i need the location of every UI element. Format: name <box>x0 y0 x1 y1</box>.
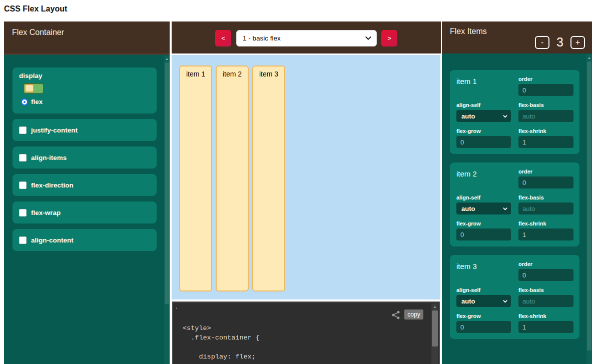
scroll-up-icon[interactable]: ▲ <box>164 56 170 62</box>
code-scroll-thumb[interactable] <box>432 310 438 346</box>
flex-basis-label: flex-basis <box>518 102 573 108</box>
item-1-align-self-select[interactable]: auto <box>456 110 511 122</box>
align-self-label: align-self <box>456 287 511 293</box>
align-content-label: align-content <box>31 236 74 244</box>
order-label: order <box>518 76 573 82</box>
scroll-up-icon[interactable]: ▲ <box>431 304 438 310</box>
flex-grow-label: flex-grow <box>456 128 511 134</box>
justify-content-card: justify-content <box>13 119 157 141</box>
app-canvas: CSS Flex Layout Flex Container display f… <box>0 0 600 364</box>
item-2-flex-grow-input[interactable] <box>456 228 511 240</box>
flex-direction-card: flex-direction <box>13 174 157 196</box>
flex-wrap-label: flex-wrap <box>31 209 61 216</box>
order-label: order <box>518 168 573 174</box>
code-scrollbar[interactable]: ▲ <box>431 304 438 364</box>
align-items-card: align-items <box>13 146 157 168</box>
item-1-flex-shrink-input[interactable] <box>518 136 573 148</box>
item-3-order-input[interactable] <box>518 269 573 281</box>
flex-wrap-card: flex-wrap <box>13 202 157 224</box>
code-line: display: flex; <box>183 353 260 362</box>
right-scroll-thumb[interactable] <box>587 62 591 350</box>
flex-shrink-label: flex-shrink <box>518 220 573 226</box>
display-toggle[interactable] <box>23 83 44 94</box>
item-2-align-self-select[interactable]: auto <box>456 202 511 214</box>
item-2-flex-basis-input[interactable] <box>518 202 573 214</box>
align-self-label: align-self <box>456 194 511 200</box>
preview-item-3: item 3 <box>252 66 285 292</box>
flex-container-header: Flex Container <box>4 22 170 54</box>
flex-items-body: item 1 order align-self auto <box>442 54 592 364</box>
flex-basis-label: flex-basis <box>518 194 573 200</box>
flex-shrink-label: flex-shrink <box>518 128 573 134</box>
align-content-checkbox[interactable] <box>19 236 27 244</box>
item-3-card: item 3 order align-self auto <box>450 255 579 339</box>
item-1-flex-basis-input[interactable] <box>518 110 573 122</box>
flex-grow-label: flex-grow <box>456 220 511 226</box>
code-output: . copy <style> .flex-container { display… <box>172 302 440 364</box>
preview-item-1: item 1 <box>179 66 212 292</box>
item-2-card: item 2 order align-self auto <box>450 162 579 246</box>
example-nav-bar: < 1 - basic flex > <box>172 22 441 54</box>
item-3-flex-basis-input[interactable] <box>518 295 573 307</box>
flex-container-panel: Flex Container display flex justify-cont… <box>4 22 170 364</box>
code-bullet: . <box>176 303 177 310</box>
item-count: 3 <box>556 35 563 50</box>
display-label: display <box>19 72 157 80</box>
display-card: display flex <box>13 68 157 114</box>
page-title: CSS Flex Layout <box>4 4 67 14</box>
flex-shrink-label: flex-shrink <box>518 313 573 319</box>
remove-item-button[interactable]: - <box>535 36 549 49</box>
add-item-button[interactable]: + <box>570 36 585 49</box>
flex-items-title: Flex Items <box>450 27 487 36</box>
item-1-name: item 1 <box>456 76 511 96</box>
flex-direction-checkbox[interactable] <box>19 182 27 189</box>
item-3-align-self-select[interactable]: auto <box>456 295 511 307</box>
example-select[interactable]: 1 - basic flex <box>236 30 377 46</box>
code-line: <style> <box>183 324 260 334</box>
flex-grow-label: flex-grow <box>456 313 511 319</box>
order-label: order <box>518 261 573 267</box>
align-items-checkbox[interactable] <box>19 154 27 162</box>
item-3-flex-shrink-input[interactable] <box>518 321 573 333</box>
flex-radio[interactable] <box>21 98 28 106</box>
justify-content-checkbox[interactable] <box>19 126 27 134</box>
item-2-name: item 2 <box>456 168 511 188</box>
code-line <box>183 344 260 353</box>
flex-wrap-checkbox[interactable] <box>19 209 27 216</box>
flex-basis-label: flex-basis <box>518 287 573 293</box>
flex-radio-label: flex <box>31 98 43 106</box>
item-2-flex-shrink-input[interactable] <box>518 228 573 240</box>
align-self-label: align-self <box>456 102 511 108</box>
right-panel-scrollbar[interactable]: ▲ <box>586 54 592 364</box>
prev-example-button[interactable]: < <box>215 30 231 46</box>
code-text: <style> .flex-container { display: flex; <box>183 324 260 362</box>
flex-container-title: Flex Container <box>12 28 64 36</box>
flex-items-header: Flex Items - 3 + <box>442 22 592 54</box>
left-panel-scrollbar[interactable]: ▲ <box>164 56 170 364</box>
item-1-flex-grow-input[interactable] <box>456 136 511 148</box>
item-3-name: item 3 <box>456 261 511 281</box>
align-content-card: align-content <box>13 229 157 251</box>
toggle-knob <box>25 84 34 92</box>
item-1-card: item 1 order align-self auto <box>450 70 579 154</box>
code-line: .flex-container { <box>183 334 260 344</box>
flex-preview-area: item 1 item 2 item 3 <box>172 55 440 300</box>
copy-button[interactable]: copy <box>404 310 423 320</box>
scroll-up-icon[interactable]: ▲ <box>586 54 592 62</box>
share-icon[interactable] <box>391 310 401 320</box>
justify-content-label: justify-content <box>31 126 78 134</box>
next-example-button[interactable]: > <box>381 30 397 46</box>
item-2-order-input[interactable] <box>518 176 573 188</box>
item-counter: - 3 + <box>535 35 585 50</box>
flex-direction-label: flex-direction <box>31 182 74 189</box>
flex-items-panel: Flex Items - 3 + item 1 order align-self <box>442 22 592 364</box>
item-3-flex-grow-input[interactable] <box>456 321 511 333</box>
left-scroll-thumb[interactable] <box>165 62 169 304</box>
preview-item-2: item 2 <box>216 66 249 292</box>
item-1-order-input[interactable] <box>518 84 573 96</box>
align-items-label: align-items <box>31 154 67 162</box>
flex-container-body: display flex justify-content align-items <box>4 54 170 364</box>
